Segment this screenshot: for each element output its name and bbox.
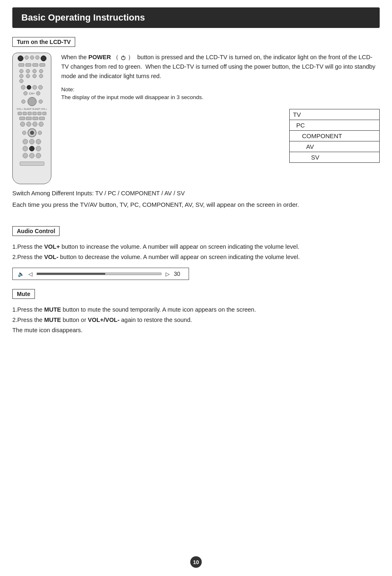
mute-bold2: MUTE (44, 317, 61, 323)
remote-b6 (36, 146, 41, 151)
remote-circle1 (21, 85, 25, 90)
remote-num-grid (19, 69, 45, 83)
turn-on-description: When the POWER （ ） button is pressed and… (61, 53, 380, 81)
remote-sm3 (28, 112, 32, 115)
remote-num7 (32, 74, 37, 78)
remote-num9 (19, 79, 23, 83)
audio-text: 1.Press the VOL+ button to increase the … (12, 242, 380, 262)
remote-c21 (20, 122, 25, 127)
page: Basic Operating Instructions Turn on the… (0, 0, 392, 576)
remote-nav-right (39, 99, 43, 104)
remote-big-r (38, 131, 42, 135)
switch-line: Switch Among Different Inputs: TV / PC /… (12, 190, 380, 197)
remote-circle3 (32, 85, 37, 90)
title-text: Basic Operating Instructions (21, 12, 145, 23)
remote-ch-right (36, 91, 40, 95)
remote-num6 (26, 74, 30, 78)
remote-top-btn4 (35, 56, 39, 60)
remote-top-btn3 (30, 56, 34, 60)
remote-sm2 (23, 112, 27, 115)
power-bold: POWER (88, 54, 111, 60)
remote-big-center (28, 128, 37, 137)
remote-rect1 (18, 63, 24, 67)
remote-num2 (26, 69, 30, 73)
remote-big-l (22, 131, 26, 135)
remote-arr3 (32, 117, 38, 120)
remote-ch-left (23, 91, 28, 95)
volume-number: 30 (174, 271, 184, 277)
diagram-tv: TV (290, 109, 379, 120)
vol-plus-rest: button to increase the volume. A number … (60, 243, 300, 250)
remote-ch-label: CH+ (29, 92, 35, 95)
remote-sm1 (18, 112, 22, 115)
remote-b5 (29, 146, 35, 151)
remote-text-row: VOL+ SLEEP SLEEP VOL+ (16, 108, 47, 110)
mute-line2: 2.Press the MUTE button or VOL+/VOL- aga… (12, 315, 380, 325)
remote-b2 (29, 139, 35, 144)
note-text: The display of the input mode will disap… (61, 93, 380, 102)
remote-rect3 (32, 63, 38, 67)
speaker-icon: 🔈 (18, 271, 24, 277)
vol-minus-bold: VOL- (44, 254, 58, 260)
diagram-component: COMPONENT (290, 131, 379, 141)
mute-line3: The mute icon disappears. (12, 325, 380, 335)
mute-label: Mute (12, 289, 380, 305)
turn-on-right: When the POWER （ ） button is pressed and… (61, 53, 380, 163)
remote-b1 (23, 139, 28, 144)
remote-c22 (26, 122, 31, 127)
remote-num1 (19, 69, 23, 73)
mute-section: Mute 1.Press the MUTE button to mute the… (12, 289, 380, 335)
vol-chevron-left: ◁ (28, 271, 32, 277)
volume-fill (37, 273, 105, 275)
remote-num5 (19, 74, 23, 78)
remote-circle2 (27, 85, 31, 90)
mute-line1: 1.Press the MUTE button to mute the soun… (12, 305, 380, 315)
remote-big-btn (28, 97, 37, 106)
remote-b3 (36, 139, 41, 144)
input-diagram: TV PC COMPONENT AV SV (289, 109, 380, 163)
turn-on-content: CH+ VOL+ SLEEP SLEEP VOL+ (12, 53, 380, 184)
vol-plus-line: 1.Press the VOL+ button to increase the … (12, 242, 380, 252)
turn-on-section: Turn on the LCD-TV (12, 37, 380, 210)
audio-label: Audio Control (12, 226, 380, 242)
remote-b9 (36, 153, 41, 158)
remote-c24 (39, 122, 44, 127)
remote-sm4 (32, 112, 37, 115)
remote-top-btn1 (18, 56, 23, 61)
remote-circle4 (38, 85, 43, 90)
remote-b7 (23, 153, 28, 158)
volume-bar: 🔈 ◁ ▷ 30 (12, 268, 189, 280)
remote-num3 (32, 69, 37, 73)
remote-b4 (23, 146, 28, 151)
power-icon (120, 55, 126, 60)
remote-top-btn5 (41, 56, 46, 61)
mute-middle: button or (61, 317, 88, 323)
remote-arr2 (26, 117, 32, 120)
remote-rect4 (39, 63, 45, 67)
main-title: Basic Operating Instructions (12, 7, 380, 28)
remote-arr4 (39, 117, 45, 120)
mute-bold1: MUTE (44, 306, 61, 313)
vol-minus-line: 2.Press the VOL- button to decrease the … (12, 252, 380, 262)
remote-bottom (20, 162, 44, 166)
note-text-content: The display of the input mode will disap… (61, 94, 203, 100)
remote-nav-left (21, 99, 25, 104)
remote-b8 (29, 153, 35, 158)
audio-section: Audio Control 1.Press the VOL+ button to… (12, 226, 380, 280)
note-label: Note: (61, 86, 380, 93)
vol-minus-rest: button to decrease the volume. A number … (58, 254, 300, 260)
vol-chevron-right: ▷ (166, 271, 170, 277)
remote-illustration: CH+ VOL+ SLEEP SLEEP VOL+ (12, 53, 51, 184)
vol-plus-bold: VOL+ (44, 243, 60, 250)
page-number: 10 (190, 556, 202, 568)
mute-rest2: again to restore the sound. (120, 317, 192, 323)
volume-track (37, 273, 161, 275)
remote-arr1 (19, 117, 25, 120)
remote-num8 (39, 74, 43, 78)
mute-bold3: VOL+/VOL- (88, 317, 120, 323)
diagram-av: AV (290, 141, 379, 152)
remote-sm6 (42, 112, 46, 115)
diagram-sv: SV (290, 152, 379, 162)
remote-num4 (39, 69, 43, 73)
remote-c23 (32, 122, 37, 127)
